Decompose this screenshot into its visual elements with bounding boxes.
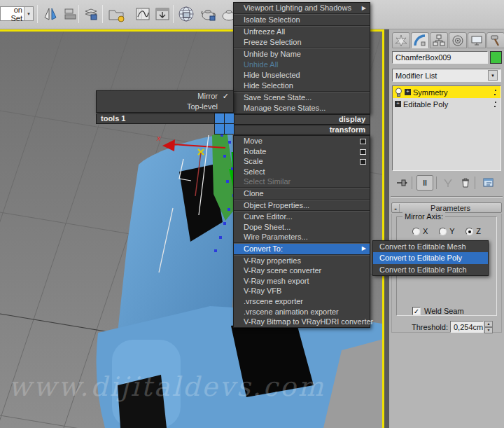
- configure-modifier-sets-button[interactable]: [480, 175, 497, 191]
- menu-item-hide-unselected[interactable]: Hide Unselected: [234, 70, 370, 81]
- quad-transform-menu: Move Rotate Scale Select Select Similar …: [233, 135, 370, 328]
- tab-modify[interactable]: [411, 32, 429, 48]
- toolbar-separator: [37, 5, 38, 23]
- named-selection-set-value: on Set: [1, 6, 24, 22]
- menu-item-unfreeze-all[interactable]: Unfreeze All: [234, 27, 370, 37]
- menu-item-rotate[interactable]: Rotate: [234, 146, 370, 157]
- menu-item-convert-editable-poly[interactable]: Convert to Editable Poly: [373, 252, 488, 263]
- chevron-down-icon[interactable]: ▼: [488, 70, 498, 81]
- collapse-icon[interactable]: -: [392, 204, 400, 212]
- check-icon: ✓: [223, 91, 229, 102]
- menu-item-freeze-selection[interactable]: Freeze Selection: [234, 37, 370, 48]
- render-setup-icon[interactable]: [176, 4, 196, 24]
- quad-menu-center[interactable]: [214, 113, 234, 134]
- modifier-stack: + Symmetry + Editable Poly: [392, 85, 501, 171]
- asset-tracking-icon[interactable]: [106, 4, 126, 24]
- quad-tools-menu: Mirror✓ Top-level: [96, 90, 234, 113]
- lightbulb-icon[interactable]: [395, 88, 402, 97]
- show-end-result-button[interactable]: II: [416, 175, 433, 191]
- menu-item-scale[interactable]: Scale: [234, 156, 370, 167]
- tab-utilities[interactable]: [486, 32, 504, 48]
- stack-item-editable-poly[interactable]: + Editable Poly: [393, 98, 500, 110]
- weld-seam-row[interactable]: ✓ Weld Seam: [412, 307, 464, 315]
- parameters-rollout-header[interactable]: - Parameters: [391, 202, 502, 213]
- menu-item-convert-to[interactable]: Convert To:▶: [234, 244, 370, 254]
- tab-display[interactable]: [468, 32, 486, 48]
- menu-item-convert-editable-mesh[interactable]: Convert to Editable Mesh: [373, 241, 488, 252]
- configure-modifier-sets-icon: [482, 177, 495, 189]
- menu-item-clone[interactable]: Clone: [234, 188, 370, 199]
- radio-axis-z[interactable]: Z: [465, 227, 481, 235]
- quad-title-transform[interactable]: transform: [234, 125, 370, 135]
- show-end-result-icon: II: [423, 179, 427, 187]
- toolbar-separator: [78, 5, 79, 23]
- chevron-down-icon[interactable]: ▼: [24, 7, 33, 20]
- material-editor-icon[interactable]: [199, 4, 218, 24]
- menu-item-dope-sheet[interactable]: Dope Sheet...: [234, 222, 370, 233]
- object-name-field[interactable]: ChamferBox009: [392, 51, 488, 64]
- weld-seam-checkbox[interactable]: ✓: [412, 307, 421, 315]
- spinner-down-icon[interactable]: ▼: [484, 327, 493, 333]
- menu-item-unhide-all[interactable]: Unhide All: [234, 60, 370, 70]
- menu-item-hide-selection[interactable]: Hide Selection: [234, 81, 370, 91]
- menu-item-viewport-lighting[interactable]: Viewport Lighting and Shadows▶: [234, 3, 370, 13]
- menu-item-top-level[interactable]: Top-level: [97, 102, 233, 112]
- toolbar-separator: [412, 177, 412, 189]
- menu-item-convert-editable-patch[interactable]: Convert to Editable Patch: [373, 264, 488, 275]
- make-unique-button: [440, 175, 456, 191]
- mirror-icon[interactable]: [41, 4, 60, 24]
- trash-icon: [459, 177, 472, 189]
- menu-item-move[interactable]: Move: [234, 136, 370, 146]
- tab-hierarchy[interactable]: [430, 32, 448, 48]
- menu-item-curve-editor[interactable]: Curve Editor...: [234, 212, 370, 222]
- menu-item-mirror[interactable]: Mirror✓: [97, 91, 233, 102]
- 3dsmax-window: on Set ▼: [0, 0, 504, 428]
- menu-item-manage-scene-states[interactable]: Manage Scene States...: [234, 103, 370, 113]
- settings-box-icon[interactable]: [360, 149, 366, 155]
- pin-icon: [396, 177, 408, 189]
- menu-item-vrscene-exporter[interactable]: .vrscene exporter: [234, 296, 370, 307]
- tab-motion[interactable]: [449, 32, 467, 48]
- menu-item-vray-properties[interactable]: V-Ray properties: [234, 256, 370, 266]
- settings-box-icon[interactable]: [360, 159, 366, 165]
- pin-stack-button[interactable]: [393, 175, 410, 191]
- menu-item-vray-scene-converter[interactable]: V-Ray scene converter: [234, 265, 370, 276]
- quad-title-display[interactable]: display: [234, 114, 370, 125]
- remove-modifier-button[interactable]: [457, 175, 474, 191]
- menu-item-unhide-by-name[interactable]: Unhide by Name: [234, 49, 370, 60]
- manage-layers-icon[interactable]: [81, 4, 101, 24]
- spinner-up-icon[interactable]: ▲: [484, 321, 493, 327]
- menu-item-isolate-selection[interactable]: Isolate Selection: [234, 15, 370, 25]
- radio-axis-x[interactable]: X: [412, 227, 428, 235]
- align-icon[interactable]: [60, 4, 80, 24]
- settings-box-icon[interactable]: [360, 139, 366, 144]
- menu-item-vray-bitmap-converter[interactable]: V-Ray Bitmap to VRayHDRI converter: [234, 317, 370, 327]
- toolbar-separator: [102, 5, 103, 23]
- modify-icon: [414, 34, 426, 47]
- menu-item-save-scene-state[interactable]: Save Scene State...: [234, 92, 370, 103]
- radio-axis-y[interactable]: Y: [439, 227, 454, 235]
- threshold-row: Threshold: 0,254cm ▲ ▼: [397, 321, 504, 333]
- menu-item-vray-mesh-export[interactable]: V-Ray mesh export: [234, 276, 370, 287]
- threshold-input[interactable]: 0,254cm: [450, 321, 484, 333]
- hierarchy-icon: [433, 34, 445, 47]
- named-selection-set-dropdown[interactable]: on Set ▼: [0, 6, 34, 21]
- object-color-swatch[interactable]: [490, 51, 502, 64]
- modifier-list-dropdown[interactable]: Modifier List ▼: [392, 69, 501, 82]
- menu-item-vray-vfb[interactable]: V-Ray VFB: [234, 286, 370, 296]
- menu-item-select[interactable]: Select: [234, 167, 370, 177]
- menu-item-wire-parameters[interactable]: Wire Parameters...: [234, 232, 370, 242]
- menu-item-vrscene-animation-exporter[interactable]: .vrscene animation exporter: [234, 307, 370, 317]
- tab-create[interactable]: [392, 32, 410, 48]
- toolbar-separator: [475, 177, 475, 189]
- quad-title-tools[interactable]: tools 1: [96, 113, 234, 124]
- curve-editor-icon[interactable]: [133, 4, 153, 24]
- create-icon: [395, 34, 407, 47]
- stack-item-symmetry[interactable]: + Symmetry: [393, 86, 500, 98]
- menu-item-object-properties[interactable]: Object Properties...: [234, 200, 370, 211]
- threshold-spinner[interactable]: ▲ ▼: [484, 321, 493, 333]
- schematic-view-icon[interactable]: [153, 4, 172, 24]
- expand-plus-icon[interactable]: +: [405, 89, 411, 95]
- expand-plus-icon[interactable]: +: [395, 101, 401, 107]
- motion-icon: [451, 34, 464, 47]
